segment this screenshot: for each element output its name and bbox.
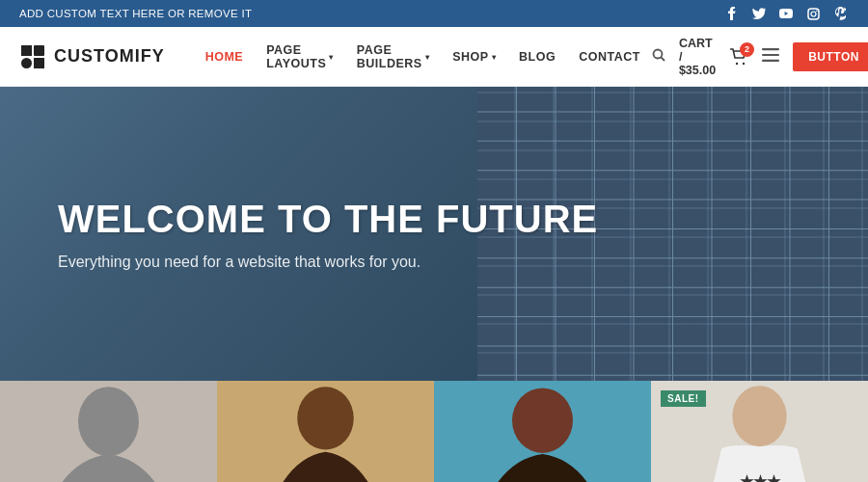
logo-icon: [19, 43, 46, 70]
top-banner: ADD CUSTOM TEXT HERE OR REMOVE IT: [0, 0, 868, 27]
banner-text: ADD CUSTOM TEXT HERE OR REMOVE IT: [19, 8, 252, 19]
product-card-1[interactable]: [0, 381, 217, 482]
pinterest-icon[interactable]: [831, 5, 849, 22]
chevron-down-icon: ▾: [492, 53, 497, 62]
product-image-3: [434, 381, 651, 482]
svg-point-2: [816, 10, 817, 11]
nav-right: CART / $35.00 2 BUTTON: [652, 37, 868, 77]
svg-rect-11: [762, 48, 779, 50]
svg-point-1: [811, 12, 816, 16]
search-icon[interactable]: [652, 48, 665, 65]
hero-subtitle: Everything you need for a website that w…: [58, 254, 810, 271]
nav-cta-button[interactable]: BUTTON: [793, 42, 868, 71]
nav-shop[interactable]: SHOP ▾: [441, 27, 507, 87]
hero-title: WELCOME TO THE FUTURE: [58, 198, 810, 240]
svg-text:★★★: ★★★: [740, 473, 781, 482]
chevron-down-icon: ▾: [329, 53, 334, 62]
svg-rect-3: [21, 45, 32, 56]
svg-rect-13: [762, 59, 779, 61]
product-image-1: [0, 381, 217, 482]
social-icons-group: [723, 5, 849, 22]
svg-point-7: [653, 50, 662, 59]
logo-text: CUSTOMIFY: [54, 46, 165, 67]
twitter-icon[interactable]: [750, 5, 768, 22]
youtube-icon[interactable]: [777, 5, 795, 22]
cart-label[interactable]: CART / $35.00: [679, 37, 716, 77]
cart-badge: 2: [740, 42, 754, 57]
svg-point-10: [743, 62, 745, 64]
cart-icon-wrap[interactable]: 2: [729, 48, 748, 66]
svg-point-34: [78, 387, 139, 456]
svg-point-36: [297, 387, 354, 449]
svg-point-38: [512, 388, 573, 453]
hero-section: WELCOME TO THE FUTURE Everything you nee…: [0, 87, 868, 381]
svg-point-9: [736, 62, 738, 64]
svg-point-40: [732, 386, 786, 446]
nav-page-layouts[interactable]: PAGE LAYOUTS ▾: [255, 27, 345, 87]
product-card-2[interactable]: [217, 381, 434, 482]
nav-home[interactable]: HOME: [194, 27, 256, 87]
svg-rect-5: [21, 58, 32, 68]
svg-rect-12: [762, 53, 779, 55]
product-image-2: [217, 381, 434, 482]
chevron-down-icon: ▾: [425, 53, 430, 62]
sale-badge: SALE!: [661, 390, 706, 407]
products-row: ★★★ LEGENDARY SALE!: [0, 381, 868, 482]
svg-line-8: [661, 57, 665, 61]
svg-rect-4: [34, 45, 44, 56]
svg-rect-0: [808, 9, 819, 19]
facebook-icon[interactable]: [723, 5, 741, 22]
instagram-icon[interactable]: [804, 5, 822, 22]
nav-contact[interactable]: CONTACT: [567, 27, 652, 87]
nav-page-builders[interactable]: PAGE BUILDERS ▾: [345, 27, 441, 87]
product-card-3[interactable]: [434, 381, 651, 482]
nav-blog[interactable]: BLOG: [507, 27, 567, 87]
logo[interactable]: CUSTOMIFY: [19, 43, 165, 70]
product-card-4[interactable]: ★★★ LEGENDARY SALE!: [651, 381, 868, 482]
navbar: CUSTOMIFY HOME PAGE LAYOUTS ▾ PAGE BUILD…: [0, 27, 868, 87]
svg-rect-6: [34, 58, 44, 68]
hero-content: WELCOME TO THE FUTURE Everything you nee…: [0, 87, 868, 381]
hamburger-icon[interactable]: [762, 48, 779, 66]
nav-links: HOME PAGE LAYOUTS ▾ PAGE BUILDERS ▾ SHOP…: [194, 27, 652, 87]
